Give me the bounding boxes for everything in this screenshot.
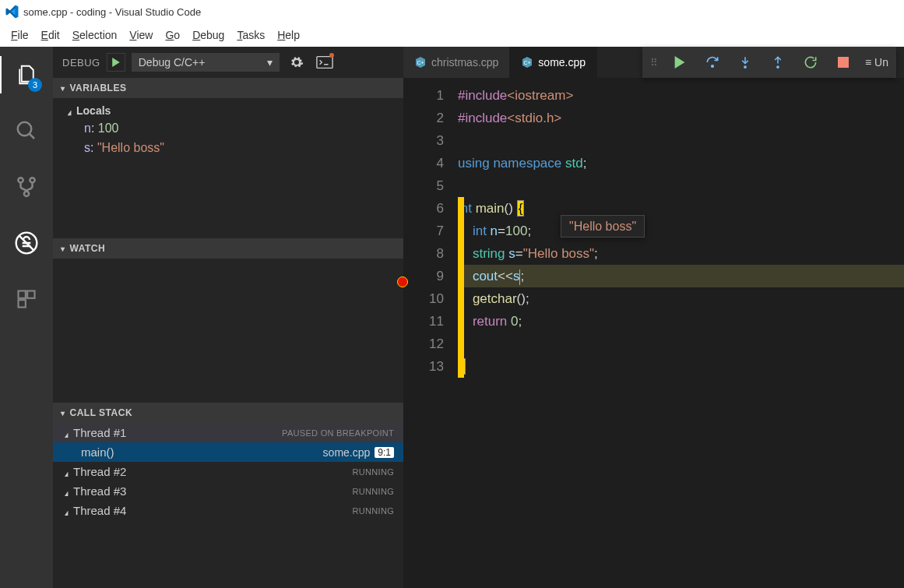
activity-extensions[interactable] bbox=[8, 280, 45, 318]
debug-toolbar: ⠿ ≡ Un bbox=[642, 47, 896, 78]
play-icon bbox=[111, 58, 121, 67]
thread-row[interactable]: Thread #2RUNNING bbox=[53, 462, 403, 481]
menu-debug[interactable]: Debug bbox=[186, 26, 230, 44]
step-out-button[interactable] bbox=[767, 51, 789, 73]
cpp-file-icon: C+ bbox=[521, 56, 533, 69]
svg-point-17 bbox=[777, 66, 779, 68]
svg-line-1 bbox=[30, 134, 34, 139]
svg-rect-9 bbox=[19, 300, 26, 307]
watch-body bbox=[53, 259, 403, 403]
activity-explorer[interactable]: 3 bbox=[8, 56, 45, 93]
editor-area: C+christmas.cppC+some.cpp ⠿ bbox=[403, 47, 904, 588]
menu-view[interactable]: View bbox=[123, 26, 159, 44]
svg-rect-18 bbox=[838, 57, 849, 68]
debug-header: DEBUG Debug C/C++ ▾ bbox=[53, 47, 403, 78]
variables-body: Locals n: 100s: "Hello boss" bbox=[53, 98, 403, 238]
hover-tooltip: "Hello boss" bbox=[561, 215, 645, 238]
debug-label: DEBUG bbox=[62, 57, 100, 69]
variables-title: VARIABLES bbox=[70, 83, 127, 93]
menu-bar: File Edit Selection View Go Debug Tasks … bbox=[0, 23, 904, 47]
toolbar-overflow[interactable]: ≡ Un bbox=[865, 56, 888, 69]
line-number-gutter: 12345678910111213 bbox=[403, 78, 458, 588]
locals-label: Locals bbox=[76, 104, 111, 117]
step-over-icon bbox=[705, 55, 720, 70]
play-icon bbox=[674, 56, 686, 69]
svg-point-2 bbox=[18, 178, 23, 182]
step-over-button[interactable] bbox=[702, 51, 723, 73]
extensions-icon bbox=[16, 288, 37, 310]
chevron-down-icon bbox=[64, 504, 69, 517]
chevron-down-icon bbox=[64, 426, 69, 439]
stop-button[interactable] bbox=[832, 51, 854, 73]
no-bug-icon bbox=[14, 231, 39, 255]
debug-console-icon bbox=[316, 55, 333, 69]
locals-scope[interactable]: Locals bbox=[53, 103, 403, 118]
watch-title: WATCH bbox=[70, 243, 106, 254]
svg-rect-10 bbox=[317, 57, 332, 69]
menu-tasks[interactable]: Tasks bbox=[230, 26, 271, 44]
start-debug-button[interactable] bbox=[107, 53, 125, 72]
stack-frame-row[interactable]: main()some.cpp 9:1 bbox=[53, 442, 403, 462]
debug-config-label: Debug C/C++ bbox=[139, 56, 206, 69]
step-out-icon bbox=[771, 55, 785, 70]
debug-settings-button[interactable] bbox=[286, 51, 308, 73]
activity-scm[interactable] bbox=[8, 168, 45, 206]
drag-handle-icon[interactable]: ⠿ bbox=[650, 57, 658, 69]
variable-row[interactable]: n: 100 bbox=[53, 118, 403, 138]
chevron-down-icon bbox=[61, 243, 65, 254]
menu-help[interactable]: Help bbox=[271, 26, 306, 44]
gear-icon bbox=[290, 55, 304, 69]
callstack-title: CALL STACK bbox=[70, 407, 133, 418]
window-title: some.cpp - coding - Visual Studio Code bbox=[23, 6, 201, 18]
svg-point-3 bbox=[30, 178, 34, 182]
svg-point-4 bbox=[24, 192, 29, 196]
svg-text:C+: C+ bbox=[417, 60, 424, 65]
chevron-down-icon bbox=[61, 407, 65, 418]
activity-search[interactable] bbox=[8, 112, 45, 150]
watch-section-header[interactable]: WATCH bbox=[53, 238, 403, 259]
svg-line-6 bbox=[19, 236, 34, 251]
debug-config-dropdown[interactable]: Debug C/C++ ▾ bbox=[132, 53, 280, 72]
tab-bar: C+christmas.cppC+some.cpp ⠿ bbox=[403, 47, 904, 78]
chevron-down-icon bbox=[64, 484, 69, 498]
menu-go[interactable]: Go bbox=[159, 26, 186, 44]
stop-icon bbox=[838, 57, 849, 68]
restart-icon bbox=[803, 55, 818, 70]
callstack-body: Thread #1PAUSED ON BREAKPOINTmain()some.… bbox=[53, 423, 403, 520]
activity-debug[interactable] bbox=[8, 224, 45, 262]
menu-file[interactable]: File bbox=[5, 26, 35, 44]
source-control-icon bbox=[15, 175, 38, 199]
thread-row[interactable]: Thread #3RUNNING bbox=[53, 481, 403, 501]
chevron-down-icon bbox=[61, 83, 65, 93]
svg-text:C+: C+ bbox=[524, 60, 531, 65]
code-content[interactable]: #include<iostream>#include<stdio.h>using… bbox=[458, 78, 904, 588]
svg-point-13 bbox=[712, 65, 714, 68]
restart-button[interactable] bbox=[800, 51, 821, 73]
variables-section-header[interactable]: VARIABLES bbox=[53, 78, 403, 98]
editor-body[interactable]: 12345678910111213 #include<iostream>#inc… bbox=[403, 78, 904, 588]
chevron-down-icon bbox=[64, 465, 69, 478]
svg-point-15 bbox=[744, 66, 746, 68]
variable-row[interactable]: s: "Hello boss" bbox=[53, 138, 403, 157]
step-into-button[interactable] bbox=[734, 51, 756, 73]
menu-edit[interactable]: Edit bbox=[35, 26, 66, 44]
chevron-down-icon bbox=[67, 104, 72, 117]
hover-value: "Hello boss" bbox=[569, 220, 636, 233]
continue-button[interactable] bbox=[669, 51, 691, 73]
debug-sidebar: DEBUG Debug C/C++ ▾ VARIABLES Locals bbox=[53, 47, 403, 588]
callstack-section-header[interactable]: CALL STACK bbox=[53, 403, 403, 423]
editor-tab[interactable]: C+christmas.cpp bbox=[403, 47, 510, 78]
step-into-icon bbox=[738, 55, 752, 70]
activity-bar: 3 bbox=[0, 47, 53, 588]
debug-console-button[interactable] bbox=[314, 51, 336, 73]
execution-range-glyph bbox=[458, 197, 464, 378]
chevron-down-icon: ▾ bbox=[267, 56, 273, 69]
menu-selection[interactable]: Selection bbox=[66, 26, 124, 44]
explorer-badge: 3 bbox=[28, 78, 42, 92]
vscode-logo-icon bbox=[5, 5, 19, 19]
svg-rect-8 bbox=[27, 291, 34, 298]
editor-tab[interactable]: C+some.cpp bbox=[510, 47, 597, 78]
search-icon bbox=[15, 119, 38, 143]
thread-row[interactable]: Thread #1PAUSED ON BREAKPOINT bbox=[53, 423, 403, 442]
thread-row[interactable]: Thread #4RUNNING bbox=[53, 501, 403, 520]
